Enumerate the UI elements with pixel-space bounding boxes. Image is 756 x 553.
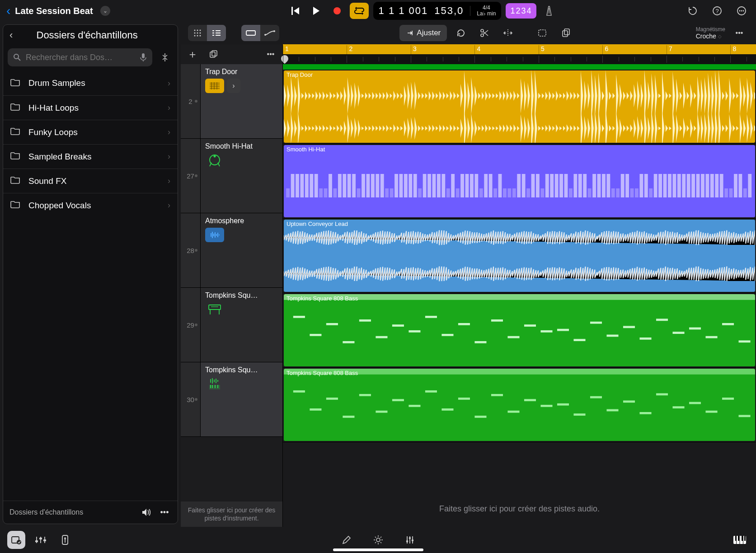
folder-item[interactable]: Funky Loops › <box>3 120 178 144</box>
svg-rect-202 <box>284 369 755 441</box>
svg-point-3 <box>739 10 741 12</box>
track-instrument-icon[interactable] <box>205 79 224 93</box>
time-ruler[interactable] <box>283 54 756 64</box>
arrangement-marker[interactable] <box>283 64 756 70</box>
svg-rect-211 <box>409 405 420 407</box>
svg-rect-119 <box>507 188 511 197</box>
svg-rect-124 <box>531 174 535 197</box>
track-header[interactable]: Atmosphere <box>201 213 282 287</box>
svg-rect-179 <box>376 336 387 338</box>
folder-item[interactable]: Sound FX › <box>3 169 178 193</box>
track-expand-button[interactable]: › <box>227 79 240 93</box>
svg-rect-95 <box>394 174 398 197</box>
svg-rect-67 <box>212 385 213 388</box>
controls-button[interactable] <box>401 531 419 549</box>
folder-item[interactable]: Sampled Breaks › <box>3 144 178 169</box>
lcd-display[interactable]: 1 1 1 001 153,0 4/4 La♭ min <box>373 2 502 20</box>
edit-tool-button[interactable] <box>338 531 356 549</box>
help-button[interactable]: ? <box>709 3 725 19</box>
duplicate-track-button[interactable] <box>206 47 221 61</box>
go-to-start-button[interactable] <box>287 3 304 19</box>
mixer-panel-button[interactable] <box>32 531 50 549</box>
keyboard-button[interactable] <box>731 531 749 549</box>
folder-label: Sampled Breaks <box>28 152 160 162</box>
ruler-bar-number: 7 <box>667 45 672 54</box>
track-number[interactable]: 2 <box>181 64 201 138</box>
svg-rect-168 <box>738 174 742 197</box>
undo-button[interactable] <box>685 3 701 19</box>
search-input-wrapper[interactable] <box>8 48 152 66</box>
track-header-more-button[interactable]: ••• <box>263 47 278 61</box>
region[interactable]: Trap Door <box>284 70 755 143</box>
svg-rect-135 <box>583 174 587 197</box>
adjust-button[interactable]: Ajuster <box>399 25 447 41</box>
toolbar-more-button[interactable]: ••• <box>730 25 749 41</box>
record-button[interactable] <box>329 3 345 19</box>
microphone-icon[interactable] <box>140 53 147 62</box>
cycle-ruler[interactable]: 12345678 <box>283 44 756 54</box>
svg-rect-125 <box>536 174 540 197</box>
view-grid-button[interactable] <box>188 25 207 41</box>
scissors-tool-button[interactable] <box>475 25 494 41</box>
count-in-value: 1234 <box>510 6 532 16</box>
preview-audio-button[interactable] <box>140 506 153 519</box>
mixer-icon <box>34 536 47 544</box>
marquee-icon <box>537 28 547 37</box>
track-instrument-icon[interactable] <box>205 377 224 391</box>
metronome-button[interactable] <box>541 3 557 19</box>
ruler-bar-number: 8 <box>730 45 736 54</box>
track-instrument-icon[interactable] <box>205 153 224 168</box>
browser-panel-button[interactable] <box>7 531 25 549</box>
track-instrument-icon[interactable] <box>205 228 224 242</box>
track-instrument-icon[interactable] <box>205 302 224 317</box>
count-in-button[interactable]: 1234 <box>506 3 536 19</box>
svg-rect-190 <box>557 329 569 331</box>
region-view-button[interactable] <box>241 25 260 41</box>
marquee-tool-button[interactable] <box>533 25 552 41</box>
sidebar-back-button[interactable]: ‹ <box>9 29 13 41</box>
svg-rect-101 <box>423 174 427 197</box>
snap-value-button[interactable]: Croche ◇ <box>696 33 725 40</box>
sidebar-more-button[interactable]: ••• <box>158 506 171 519</box>
region[interactable]: Uptown Conveyor Lead <box>284 220 755 292</box>
svg-rect-229 <box>705 411 717 413</box>
track-number[interactable]: 30 <box>181 362 201 436</box>
track-number[interactable]: 29 <box>181 288 201 362</box>
track-header[interactable]: Smooth Hi-Hat <box>201 139 282 213</box>
track-header[interactable]: Tompkins Squ… <box>201 288 282 362</box>
svg-rect-224 <box>623 400 635 403</box>
back-button[interactable]: ‹ <box>6 4 10 18</box>
more-button[interactable] <box>733 3 750 19</box>
pencil-icon <box>342 535 352 545</box>
svg-rect-116 <box>493 188 497 197</box>
loop-tool-button[interactable] <box>451 25 470 41</box>
track-number[interactable]: 27 <box>181 139 201 213</box>
cycle-button[interactable] <box>350 3 369 19</box>
region[interactable]: Tompkins Square 808 Bass <box>284 369 755 441</box>
plugin-panel-button[interactable] <box>56 531 74 549</box>
track-number[interactable]: 28 <box>181 213 201 287</box>
svg-rect-156 <box>682 174 686 197</box>
svg-line-250 <box>375 542 376 543</box>
folder-item[interactable]: Chopped Vocals › <box>3 193 178 217</box>
folder-item[interactable]: Drum Samples › <box>3 71 178 95</box>
region[interactable]: Tompkins Square 808 Bass <box>284 294 755 366</box>
svg-rect-205 <box>310 408 321 411</box>
copy-tool-button[interactable] <box>556 25 575 41</box>
automation-view-button[interactable] <box>260 25 279 41</box>
play-button[interactable] <box>308 3 324 19</box>
brightness-button[interactable] <box>369 531 387 549</box>
folder-item[interactable]: Hi-Hat Loops › <box>3 95 178 120</box>
add-track-button[interactable]: ＋ <box>185 47 200 61</box>
collapse-sidebar-button[interactable] <box>157 49 173 66</box>
track-header[interactable]: Trap Door › <box>201 64 282 138</box>
track-header[interactable]: Tompkins Squ… <box>201 362 282 436</box>
split-tool-button[interactable] <box>498 25 517 41</box>
view-list-button[interactable] <box>207 25 226 41</box>
svg-point-16 <box>197 35 198 37</box>
project-menu-button[interactable]: ⌄ <box>100 6 110 16</box>
svg-rect-192 <box>590 322 602 324</box>
svg-rect-261 <box>742 536 743 541</box>
region[interactable]: Smooth Hi-Hat <box>284 145 755 217</box>
search-input[interactable] <box>26 53 135 62</box>
